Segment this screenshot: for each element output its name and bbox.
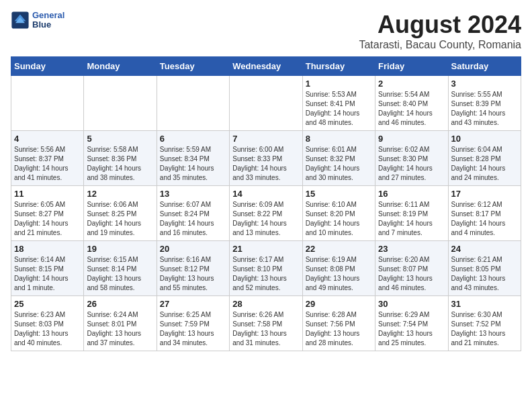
calendar-cell: 8Sunrise: 6:01 AM Sunset: 8:32 PM Daylig… <box>302 131 375 186</box>
day-info: Sunrise: 6:24 AM Sunset: 8:01 PM Dayligh… <box>87 310 153 348</box>
calendar-week-row: 18Sunrise: 6:14 AM Sunset: 8:15 PM Dayli… <box>11 241 521 296</box>
day-info: Sunrise: 6:26 AM Sunset: 7:58 PM Dayligh… <box>232 310 299 348</box>
day-number: 15 <box>306 189 372 199</box>
calendar-cell: 2Sunrise: 5:54 AM Sunset: 8:40 PM Daylig… <box>375 76 448 131</box>
day-info: Sunrise: 6:17 AM Sunset: 8:10 PM Dayligh… <box>232 255 299 293</box>
calendar-cell <box>84 76 157 131</box>
day-number: 10 <box>451 134 518 144</box>
day-number: 20 <box>160 244 226 254</box>
calendar-cell <box>230 76 302 131</box>
header: General Blue August 2024 Tatarasti, Baca… <box>11 11 521 51</box>
day-info: Sunrise: 5:55 AM Sunset: 8:39 PM Dayligh… <box>451 90 518 128</box>
day-info: Sunrise: 6:00 AM Sunset: 8:33 PM Dayligh… <box>232 145 299 183</box>
calendar-cell: 21Sunrise: 6:17 AM Sunset: 8:10 PM Dayli… <box>230 241 302 296</box>
day-number: 17 <box>451 189 518 199</box>
calendar-cell: 27Sunrise: 6:25 AM Sunset: 7:59 PM Dayli… <box>157 296 229 351</box>
day-number: 5 <box>87 134 153 144</box>
day-info: Sunrise: 5:56 AM Sunset: 8:37 PM Dayligh… <box>14 145 81 183</box>
calendar-cell: 11Sunrise: 6:05 AM Sunset: 8:27 PM Dayli… <box>11 186 84 241</box>
day-number: 19 <box>87 244 153 254</box>
calendar-week-row: 1Sunrise: 5:53 AM Sunset: 8:41 PM Daylig… <box>11 76 521 131</box>
weekday-header: Friday <box>375 57 448 76</box>
day-number: 23 <box>378 244 445 254</box>
calendar-cell: 29Sunrise: 6:28 AM Sunset: 7:56 PM Dayli… <box>302 296 375 351</box>
calendar-cell: 30Sunrise: 6:29 AM Sunset: 7:54 PM Dayli… <box>375 296 448 351</box>
calendar-cell <box>11 76 84 131</box>
calendar-cell: 15Sunrise: 6:10 AM Sunset: 8:20 PM Dayli… <box>302 186 375 241</box>
day-number: 7 <box>232 134 299 144</box>
title-area: August 2024 Tatarasti, Bacau County, Rom… <box>359 11 521 51</box>
day-info: Sunrise: 6:07 AM Sunset: 8:24 PM Dayligh… <box>160 200 226 238</box>
day-number: 29 <box>306 299 372 309</box>
logo-line1: General <box>32 11 64 20</box>
calendar-cell: 17Sunrise: 6:12 AM Sunset: 8:17 PM Dayli… <box>448 186 521 241</box>
calendar-week-row: 25Sunrise: 6:23 AM Sunset: 8:03 PM Dayli… <box>11 296 521 351</box>
day-info: Sunrise: 6:25 AM Sunset: 7:59 PM Dayligh… <box>160 310 226 348</box>
day-number: 25 <box>14 299 81 309</box>
calendar-cell: 23Sunrise: 6:20 AM Sunset: 8:07 PM Dayli… <box>375 241 448 296</box>
day-info: Sunrise: 5:58 AM Sunset: 8:36 PM Dayligh… <box>87 145 153 183</box>
day-info: Sunrise: 6:29 AM Sunset: 7:54 PM Dayligh… <box>378 310 445 348</box>
calendar-header: SundayMondayTuesdayWednesdayThursdayFrid… <box>11 57 521 76</box>
day-number: 16 <box>378 189 445 199</box>
calendar-cell: 5Sunrise: 5:58 AM Sunset: 8:36 PM Daylig… <box>84 131 157 186</box>
calendar-cell: 4Sunrise: 5:56 AM Sunset: 8:37 PM Daylig… <box>11 131 84 186</box>
calendar-week-row: 11Sunrise: 6:05 AM Sunset: 8:27 PM Dayli… <box>11 186 521 241</box>
day-info: Sunrise: 6:15 AM Sunset: 8:14 PM Dayligh… <box>87 255 153 293</box>
calendar-cell: 3Sunrise: 5:55 AM Sunset: 8:39 PM Daylig… <box>448 76 521 131</box>
calendar-cell: 31Sunrise: 6:30 AM Sunset: 7:52 PM Dayli… <box>448 296 521 351</box>
day-number: 14 <box>232 189 299 199</box>
day-info: Sunrise: 6:14 AM Sunset: 8:15 PM Dayligh… <box>14 255 81 293</box>
day-number: 31 <box>451 299 518 309</box>
day-info: Sunrise: 6:05 AM Sunset: 8:27 PM Dayligh… <box>14 200 81 238</box>
day-number: 13 <box>160 189 226 199</box>
calendar-cell: 28Sunrise: 6:26 AM Sunset: 7:58 PM Dayli… <box>230 296 302 351</box>
calendar-cell: 12Sunrise: 6:06 AM Sunset: 8:25 PM Dayli… <box>84 186 157 241</box>
calendar-cell: 25Sunrise: 6:23 AM Sunset: 8:03 PM Dayli… <box>11 296 84 351</box>
day-info: Sunrise: 6:04 AM Sunset: 8:28 PM Dayligh… <box>451 145 518 183</box>
logo-text: General Blue <box>32 11 64 30</box>
day-info: Sunrise: 6:11 AM Sunset: 8:19 PM Dayligh… <box>378 200 445 238</box>
day-info: Sunrise: 6:23 AM Sunset: 8:03 PM Dayligh… <box>14 310 81 348</box>
day-number: 18 <box>14 244 81 254</box>
weekday-header: Saturday <box>448 57 521 76</box>
day-number: 4 <box>14 134 81 144</box>
day-info: Sunrise: 5:53 AM Sunset: 8:41 PM Dayligh… <box>306 90 372 128</box>
day-info: Sunrise: 6:09 AM Sunset: 8:22 PM Dayligh… <box>232 200 299 238</box>
calendar-body: 1Sunrise: 5:53 AM Sunset: 8:41 PM Daylig… <box>11 76 521 351</box>
day-info: Sunrise: 6:06 AM Sunset: 8:25 PM Dayligh… <box>87 200 153 238</box>
calendar-cell: 22Sunrise: 6:19 AM Sunset: 8:08 PM Dayli… <box>302 241 375 296</box>
day-info: Sunrise: 6:12 AM Sunset: 8:17 PM Dayligh… <box>451 200 518 238</box>
weekday-header: Thursday <box>302 57 375 76</box>
day-number: 9 <box>378 134 445 144</box>
calendar-cell: 6Sunrise: 5:59 AM Sunset: 8:34 PM Daylig… <box>157 131 229 186</box>
calendar-cell: 14Sunrise: 6:09 AM Sunset: 8:22 PM Dayli… <box>230 186 302 241</box>
logo: General Blue <box>11 11 64 30</box>
day-number: 21 <box>232 244 299 254</box>
weekday-header: Tuesday <box>157 57 229 76</box>
calendar-week-row: 4Sunrise: 5:56 AM Sunset: 8:37 PM Daylig… <box>11 131 521 186</box>
calendar-cell: 26Sunrise: 6:24 AM Sunset: 8:01 PM Dayli… <box>84 296 157 351</box>
calendar-title: August 2024 <box>359 11 521 39</box>
calendar-cell: 10Sunrise: 6:04 AM Sunset: 8:28 PM Dayli… <box>448 131 521 186</box>
calendar-table: SundayMondayTuesdayWednesdayThursdayFrid… <box>11 56 521 351</box>
calendar-cell: 16Sunrise: 6:11 AM Sunset: 8:19 PM Dayli… <box>375 186 448 241</box>
calendar-cell: 20Sunrise: 6:16 AM Sunset: 8:12 PM Dayli… <box>157 241 229 296</box>
day-info: Sunrise: 6:02 AM Sunset: 8:30 PM Dayligh… <box>378 145 445 183</box>
day-number: 26 <box>87 299 153 309</box>
day-info: Sunrise: 6:01 AM Sunset: 8:32 PM Dayligh… <box>306 145 372 183</box>
day-info: Sunrise: 6:21 AM Sunset: 8:05 PM Dayligh… <box>451 255 518 293</box>
day-number: 3 <box>451 79 518 89</box>
day-info: Sunrise: 6:20 AM Sunset: 8:07 PM Dayligh… <box>378 255 445 293</box>
day-info: Sunrise: 6:16 AM Sunset: 8:12 PM Dayligh… <box>160 255 226 293</box>
day-number: 27 <box>160 299 226 309</box>
calendar-cell: 1Sunrise: 5:53 AM Sunset: 8:41 PM Daylig… <box>302 76 375 131</box>
day-number: 1 <box>306 79 372 89</box>
day-number: 22 <box>306 244 372 254</box>
day-number: 2 <box>378 79 445 89</box>
calendar-cell: 19Sunrise: 6:15 AM Sunset: 8:14 PM Dayli… <box>84 241 157 296</box>
day-number: 28 <box>232 299 299 309</box>
day-info: Sunrise: 5:59 AM Sunset: 8:34 PM Dayligh… <box>160 145 226 183</box>
day-number: 30 <box>378 299 445 309</box>
day-number: 24 <box>451 244 518 254</box>
